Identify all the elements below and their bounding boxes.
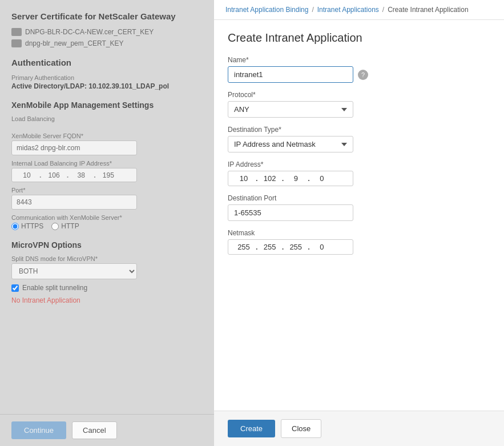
left-panel: Server Certificate for NetScaler Gateway… [0, 0, 214, 446]
protocol-label: Protocol* [228, 91, 490, 99]
cert-icon-1 [11, 28, 22, 36]
ip-oct4[interactable] [311, 174, 333, 183]
lb-ip-dot-1: . [38, 171, 43, 179]
lb-ip-oct4[interactable] [97, 171, 120, 179]
nm-dot-1: . [255, 243, 259, 251]
enable-split-text: Enable split tunneling [22, 284, 87, 292]
netmask-input-group: . . . [228, 239, 353, 255]
ip-label: IP Address* [228, 160, 490, 168]
lb-ip-label: Internal Load Balancing IP Address* [11, 160, 203, 167]
no-intranet-text: No [11, 296, 20, 304]
port-input[interactable] [11, 195, 137, 210]
cert-item-2: dnpg-blr_new_pem_CERT_KEY [11, 39, 203, 47]
https-radio[interactable] [11, 223, 19, 230]
create-button[interactable]: Create [228, 420, 275, 437]
ip-oct3[interactable] [285, 174, 307, 183]
dest-port-input[interactable] [228, 204, 353, 221]
https-radio-label[interactable]: HTTPS [11, 222, 43, 230]
left-bottom-buttons: Continue Cancel [0, 414, 214, 446]
cert-item-1: DNPG-BLR-DC-CA-NEW.cer_CERT_KEY [11, 28, 203, 36]
protocol-group: Protocol* ANY TCP UDP [228, 91, 490, 118]
breadcrumb-sep-1: / [312, 6, 313, 14]
protocol-select[interactable]: ANY TCP UDP [228, 101, 353, 118]
auth-section-title: Authentication [11, 58, 203, 67]
breadcrumb-current: Create Intranet Application [388, 6, 468, 14]
cert-1-label: DNPG-BLR-DC-CA-NEW.cer_CERT_KEY [25, 28, 154, 36]
ip-dot-2: . [281, 174, 285, 183]
nm-dot-3: . [307, 243, 311, 251]
breadcrumb-sep-2: / [382, 6, 384, 14]
http-label: HTTP [61, 222, 79, 230]
comm-radio-group: HTTPS HTTP [11, 222, 203, 230]
name-help-icon[interactable]: ? [358, 70, 368, 80]
microvpn-title: MicroVPN Options [11, 240, 203, 250]
form-footer: Create Close [214, 411, 504, 446]
ip-input-group: . . . [228, 171, 353, 186]
ip-dot-1: . [255, 174, 259, 183]
form-title: Create Intranet Application [228, 31, 490, 45]
nm-dot-2: . [281, 243, 285, 251]
primary-auth-value: Active Directory/LDAP: 10.102.39.101_LDA… [11, 82, 203, 90]
breadcrumb: Intranet Application Binding / Intranet … [214, 0, 504, 20]
load-bal-label: Load Balancing [11, 115, 203, 122]
comm-label: Communication with XenMobile Server* [11, 214, 203, 221]
name-input[interactable] [228, 66, 353, 83]
lb-ip-dot-2: . [66, 171, 70, 179]
netmask-label: Netmask [228, 229, 490, 237]
cert-2-label: dnpg-blr_new_pem_CERT_KEY [25, 39, 124, 47]
netmask-group: Netmask . . . [228, 229, 490, 255]
continue-button[interactable]: Continue [11, 421, 66, 439]
nm-oct3[interactable] [285, 243, 307, 251]
cancel-button[interactable]: Cancel [72, 421, 116, 439]
lb-ip-oct2[interactable] [43, 171, 66, 179]
ip-address-group: IP Address* . . . [228, 160, 490, 186]
intranet-app-label: Intranet Application [22, 296, 80, 304]
nm-oct2[interactable] [259, 243, 281, 251]
port-label: Port* [11, 187, 203, 194]
https-label: HTTPS [21, 222, 43, 230]
dest-type-select[interactable]: IP Address and Netmask IP Address Range … [228, 136, 353, 152]
lb-ip-group: . . . [11, 168, 137, 182]
name-group: Name* ? [228, 56, 490, 83]
fqdn-input[interactable] [11, 140, 137, 155]
primary-auth-label: Primary Authentication [11, 74, 203, 81]
close-button[interactable]: Close [281, 419, 321, 438]
nm-oct1[interactable] [233, 243, 255, 251]
lb-ip-oct3[interactable] [70, 171, 92, 179]
enable-split-checkbox[interactable] [11, 284, 19, 292]
lb-ip-dot-3: . [92, 171, 97, 179]
fqdn-label: XenMobile Server FQDN* [11, 132, 203, 139]
dest-type-group: Destination Type* IP Address and Netmask… [228, 126, 490, 152]
ip-dot-3: . [307, 174, 311, 183]
split-dns-select[interactable]: BOTH [11, 263, 137, 279]
ip-oct1[interactable] [233, 174, 255, 183]
xenmobile-section-title: XenMobile App Management Settings [11, 101, 203, 110]
breadcrumb-link-2[interactable]: Intranet Applications [317, 6, 379, 14]
dest-port-label: Destination Port [228, 194, 490, 202]
right-panel: Intranet Application Binding / Intranet … [214, 0, 504, 446]
no-intranet-group: No Intranet Application [11, 296, 203, 304]
ip-oct2[interactable] [259, 174, 281, 183]
http-radio-label[interactable]: HTTP [51, 222, 79, 230]
name-input-row: ? [228, 66, 490, 83]
cert-icon-2 [11, 39, 22, 47]
lb-ip-oct1[interactable] [15, 171, 38, 179]
form-container: Create Intranet Application Name* ? Prot… [214, 20, 504, 411]
dest-type-label: Destination Type* [228, 126, 490, 134]
dest-port-group: Destination Port [228, 194, 490, 221]
http-radio[interactable] [51, 223, 59, 230]
name-label: Name* [228, 56, 490, 64]
split-dns-label: Split DNS mode for MicroVPN* [11, 255, 203, 262]
enable-split-label[interactable]: Enable split tunneling [11, 284, 203, 292]
cert-section-title: Server Certificate for NetScaler Gateway [11, 11, 203, 21]
breadcrumb-link-1[interactable]: Intranet Application Binding [225, 6, 308, 14]
nm-oct4[interactable] [311, 243, 333, 251]
